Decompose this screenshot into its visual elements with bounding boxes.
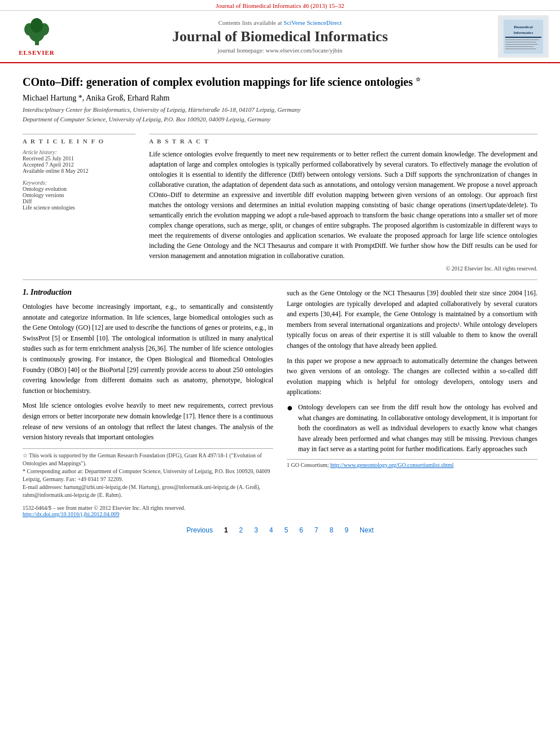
homepage-line: journal homepage: www.elsevier.com/locat…	[62, 47, 498, 54]
page-content: COnto–Diff: generation of complex evolut…	[0, 75, 560, 551]
journal-citation: Journal of Biomedical Informatics 46 (20…	[0, 0, 560, 11]
go-consortium-link[interactable]: http://www.geneontology.org/GO.consortiu…	[330, 462, 454, 468]
body-section: 1. Introduction Ontologies have become i…	[23, 288, 537, 517]
svg-text:Informatics: Informatics	[514, 30, 533, 35]
bullet-dot-icon: ●	[287, 402, 295, 455]
bullet-item-1: ● Ontology developers can see from the d…	[287, 402, 537, 455]
affiliation-2: Department of Computer Science, Universi…	[23, 115, 537, 124]
page-5-button[interactable]: 5	[281, 525, 292, 535]
bullet-text-1: Ontology developers can see from the dif…	[298, 402, 537, 455]
page-2-button[interactable]: 2	[236, 525, 247, 535]
keyword-2: Ontology versions	[23, 192, 135, 198]
copyright: © 2012 Elsevier Inc. All rights reserved…	[149, 265, 537, 272]
received-date: Received 25 July 2011	[23, 155, 135, 161]
contents-line: Contents lists available at SciVerse Sci…	[62, 19, 498, 26]
article-info-title: A R T I C L E I N F O	[23, 138, 135, 145]
elsevier-logo: ELSEVIER	[11, 17, 62, 56]
keywords-section: Keywords: Ontology evolution Ontology ve…	[23, 180, 135, 211]
keyword-1: Ontology evolution	[23, 186, 135, 192]
info-abstract-section: A R T I C L E I N F O Article history: R…	[23, 134, 537, 272]
affiliations: Interdisciplinary Center for Bioinformat…	[23, 105, 537, 124]
page-3-button[interactable]: 3	[251, 525, 261, 535]
email-footnote: E-mail addresses: hartung@izbi.uni-leipz…	[23, 483, 273, 499]
corresponding-footnote: * Corresponding author at: Department of…	[23, 468, 273, 483]
abstract-title: A B S T R A C T	[149, 138, 537, 145]
abstract-text: Life science ontologies evolve frequentl…	[149, 149, 537, 261]
article-info: A R T I C L E I N F O Article history: R…	[23, 134, 135, 272]
journal-cover-icon: Biomedical Informatics	[501, 17, 546, 56]
svg-rect-10	[505, 40, 539, 40]
journal-title: Journal of Biomedical Informatics	[62, 28, 498, 45]
right-paragraph-1: such as the Gene Ontology or the NCI The…	[287, 288, 537, 351]
keyword-4: Life science ontologies	[23, 204, 135, 211]
journal-center-info: Contents lists available at SciVerse Sci…	[62, 19, 498, 54]
svg-rect-9	[505, 37, 541, 38]
svg-point-4	[30, 18, 43, 33]
page-1-button[interactable]: 1	[221, 525, 231, 535]
svg-rect-14	[505, 49, 536, 49]
page-6-button[interactable]: 6	[296, 525, 307, 535]
page-9-button[interactable]: 9	[341, 525, 352, 535]
history-label: Article history:	[23, 149, 135, 155]
intro-paragraph-1: Ontologies have become increasingly impo…	[23, 302, 273, 396]
body-left-column: 1. Introduction Ontologies have become i…	[23, 288, 273, 517]
affiliation-1: Interdisciplinary Center for Bioinformat…	[23, 105, 537, 115]
introduction-title: 1. Introduction	[23, 288, 273, 297]
issn-line: 1532-0464/$ – see front matter © 2012 El…	[23, 505, 273, 517]
pagination-bar: Previous 1 2 3 4 5 6 7 8 9 Next	[23, 517, 537, 540]
next-button[interactable]: Next	[356, 525, 377, 535]
page-7-button[interactable]: 7	[311, 525, 322, 535]
available-date: Available online 8 May 2012	[23, 168, 135, 174]
svg-rect-12	[505, 44, 538, 45]
elsevier-tree-icon	[21, 17, 53, 48]
intro-paragraph-2: Most life science ontologies evolve heav…	[23, 400, 273, 442]
previous-button[interactable]: Previous	[183, 525, 216, 535]
svg-rect-11	[505, 42, 536, 42]
page-4-button[interactable]: 4	[266, 525, 277, 535]
svg-rect-13	[505, 46, 533, 47]
accepted-date: Accepted 7 April 2012	[23, 161, 135, 168]
keywords-label: Keywords:	[23, 180, 135, 186]
body-right-column: such as the Gene Ontology or the NCI The…	[287, 288, 537, 517]
abstract-section: A B S T R A C T Life science ontologies …	[149, 134, 537, 272]
doi-link[interactable]: http://dx.doi.org/10.1016/j.jbi.2012.04.…	[23, 511, 119, 517]
right-paragraph-2: In this paper we propose a new approach …	[287, 356, 537, 397]
paper-title: COnto–Diff: generation of complex evolut…	[23, 75, 537, 89]
authors-line: Michael Hartung *, Anika Groß, Erhard Ra…	[23, 94, 537, 103]
star-footnote: ☆ This work is supported by the German R…	[23, 452, 273, 468]
keyword-3: Diff	[23, 198, 135, 204]
right-footnote: 1 GO Consortium; http://www.geneontology…	[287, 459, 537, 468]
journal-header: ELSEVIER Contents lists available at Sci…	[0, 11, 560, 63]
svg-text:Biomedical: Biomedical	[514, 25, 532, 29]
page-8-button[interactable]: 8	[326, 525, 337, 535]
footnote-section-left: ☆ This work is supported by the German R…	[23, 448, 273, 499]
journal-thumbnail: Biomedical Informatics	[498, 15, 549, 58]
